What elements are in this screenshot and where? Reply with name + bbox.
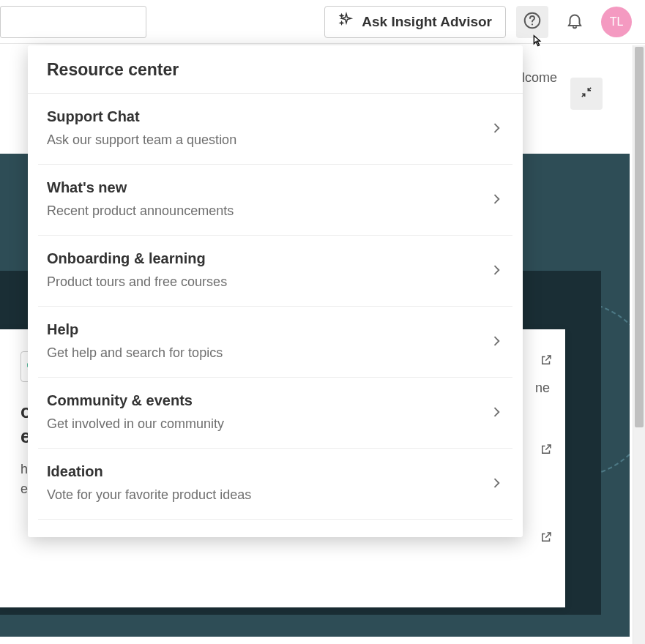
chevron-right-icon: [489, 334, 504, 348]
popover-header: Resource center: [28, 45, 523, 94]
rc-item-desc: Vote for your favorite product ideas: [47, 487, 489, 503]
rc-item-onboarding[interactable]: Onboarding & learning Product tours and …: [38, 236, 512, 307]
rc-item-desc: Recent product announcements: [47, 203, 489, 219]
sparkle-icon: [338, 12, 354, 31]
external-link-1[interactable]: [540, 353, 553, 370]
rc-item-whats-new[interactable]: What's new Recent product announcements: [38, 165, 512, 236]
rc-item-support-chat[interactable]: Support Chat Ask our support team a ques…: [38, 94, 512, 165]
chevron-right-icon: [489, 476, 504, 490]
rc-item-title: Support Chat: [47, 108, 489, 125]
chevron-right-icon: [489, 121, 504, 135]
resource-center-list: Support Chat Ask our support team a ques…: [28, 94, 523, 537]
chevron-right-icon: [489, 192, 504, 206]
svg-point-1: [532, 23, 533, 25]
side-text-fragment: ne: [535, 381, 550, 396]
scrollbar-thumb[interactable]: [635, 47, 644, 427]
help-button[interactable]: [516, 6, 548, 38]
collapse-button[interactable]: [570, 78, 603, 110]
rc-item-desc: Get help and search for topics: [47, 345, 489, 361]
chevron-right-icon: [489, 405, 504, 419]
popover-title: Resource center: [47, 60, 504, 80]
notifications-button[interactable]: [559, 6, 591, 38]
chevron-right-icon: [489, 263, 504, 277]
rc-item-title: Community & events: [47, 392, 489, 409]
rc-item-title: What's new: [47, 179, 489, 196]
bell-icon: [565, 11, 584, 33]
welcome-text: lcome: [522, 70, 557, 86]
rc-item-title: Onboarding & learning: [47, 250, 489, 267]
rc-item-help[interactable]: Help Get help and search for topics: [38, 307, 512, 378]
avatar-initials: TL: [610, 15, 624, 29]
external-link-2[interactable]: [540, 443, 553, 459]
ask-insight-advisor-label: Ask Insight Advisor: [362, 14, 492, 30]
scrollbar[interactable]: [633, 45, 645, 644]
top-bar: Ask Insight Advisor TL: [0, 0, 645, 44]
avatar[interactable]: TL: [601, 7, 632, 37]
help-icon: [523, 11, 542, 33]
resource-center-popover: Resource center Support Chat Ask our sup…: [28, 45, 523, 537]
ask-insight-advisor-button[interactable]: Ask Insight Advisor: [324, 6, 506, 38]
rc-item-community[interactable]: Community & events Get involved in our c…: [38, 378, 512, 449]
rc-item-title: Ideation: [47, 463, 489, 480]
rc-item-desc: Product tours and free courses: [47, 274, 489, 290]
rc-item-ideation[interactable]: Ideation Vote for your favorite product …: [38, 449, 512, 520]
rc-item-desc: Get involved in our community: [47, 416, 489, 432]
external-link-3[interactable]: [540, 531, 553, 547]
search-input[interactable]: [0, 6, 146, 38]
compress-icon: [580, 86, 593, 102]
rc-item-title: Help: [47, 321, 489, 338]
rc-item-desc: Ask our support team a question: [47, 132, 489, 148]
